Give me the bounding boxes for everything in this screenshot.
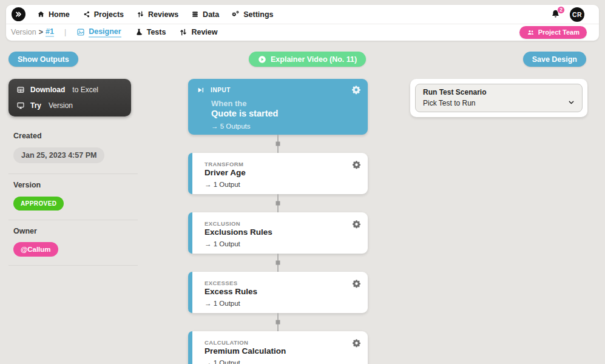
connector-handle: [276, 201, 280, 206]
connector-line: [277, 313, 279, 331]
gears-icon: [232, 10, 240, 18]
explainer-video-button[interactable]: Explainer Video (No. 11): [249, 52, 366, 67]
version-section-label: Version: [13, 181, 41, 189]
node-title: Premium Calculation: [204, 346, 359, 356]
node-title: Exclusions Rules: [204, 228, 359, 237]
node-settings-button[interactable]: [352, 279, 361, 288]
tab-label: Tests: [147, 28, 166, 36]
test-scenario-dropdown[interactable]: Run Test Scenario Pick Test to Run: [415, 84, 583, 112]
notification-badge: 2: [557, 6, 565, 14]
gear-icon: [352, 160, 361, 169]
node-title: Driver Age: [204, 168, 359, 177]
tab-review[interactable]: Review: [179, 28, 217, 36]
play-circle-icon: [258, 55, 266, 64]
sub-nav: Version > #1 | Designer Tests Review Pro…: [6, 24, 599, 40]
menu-item-label-bold: Download: [30, 86, 65, 94]
nav-item-home[interactable]: Home: [37, 10, 70, 19]
node-type-label: TRANSFORM: [204, 161, 359, 167]
flask-icon: [135, 28, 143, 36]
test-dropdown-value: Pick Test to Run: [423, 99, 575, 107]
nav-item-projects[interactable]: Projects: [83, 10, 124, 19]
connector-line: [277, 254, 279, 272]
menu-item-label-bold: Try: [30, 101, 41, 110]
version-label: Version: [11, 28, 36, 36]
created-label: Created: [13, 132, 42, 140]
skip-play-icon: [197, 86, 204, 94]
show-outputs-button[interactable]: Show Outputs: [8, 52, 78, 67]
nav-label: Home: [49, 10, 70, 19]
tab-tests[interactable]: Tests: [135, 28, 166, 36]
node-outputs: → 5 Outputs: [211, 123, 359, 130]
subnav-divider: |: [64, 28, 66, 36]
nav-item-reviews[interactable]: Reviews: [137, 10, 178, 19]
node-type-label: INPUT: [211, 87, 231, 93]
owner-label: Owner: [13, 227, 37, 235]
node-accent-strip: [188, 331, 192, 364]
version-status-badge[interactable]: APPROVED: [13, 197, 64, 211]
designer-canvas-icon: [76, 28, 85, 36]
people-icon: [527, 29, 535, 36]
flow-node-exclusion[interactable]: EXCLUSION Exclusions Rules → 1 Output: [188, 212, 368, 254]
node-settings-button[interactable]: [351, 85, 361, 95]
gear-icon: [352, 279, 361, 288]
node-settings-button[interactable]: [352, 220, 361, 229]
try-version-item[interactable]: Try Version: [8, 98, 131, 113]
run-test-scenario-panel: Run Test Scenario Pick Test to Run: [410, 79, 587, 117]
nav-label: Projects: [94, 10, 124, 19]
database-icon: [191, 10, 199, 18]
share-nodes-icon: [83, 10, 90, 18]
node-title: Excess Rules: [204, 287, 359, 296]
node-accent-strip: [188, 272, 192, 313]
version-separator: >: [39, 28, 43, 36]
header: Home Projects Reviews Data Settings 2: [6, 5, 599, 41]
tab-designer[interactable]: Designer: [76, 27, 121, 38]
created-date-chip: Jan 25, 2023 4:57 PM: [13, 147, 104, 163]
node-outputs: → 1 Output: [204, 359, 359, 364]
gear-icon: [352, 220, 361, 229]
nav-item-data[interactable]: Data: [191, 10, 219, 19]
project-team-label: Project Team: [538, 29, 580, 36]
connector-handle: [276, 320, 280, 325]
menu-item-label: to Excel: [72, 86, 98, 94]
flow-node-calculation[interactable]: CALCULATION Premium Calculation → 1 Outp…: [188, 331, 368, 364]
sidebar-divider: [8, 220, 138, 220]
user-avatar[interactable]: CR: [570, 7, 584, 22]
chevron-down-icon: [567, 98, 575, 106]
version-actions-menu: Download to Excel Try Version: [8, 79, 131, 116]
flow-node-input[interactable]: INPUT When the Quote is started → 5 Outp…: [188, 79, 368, 135]
double-chevron-icon: [14, 10, 23, 19]
project-team-button[interactable]: Project Team: [519, 26, 587, 39]
connector-handle: [276, 261, 280, 265]
node-settings-button[interactable]: [352, 160, 361, 169]
node-type-label: EXCLUSION: [204, 220, 359, 227]
tab-label: Review: [191, 28, 217, 36]
nav-label: Data: [203, 10, 219, 19]
pull-request-icon: [137, 10, 144, 18]
app-logo[interactable]: [12, 7, 25, 21]
header-right: 2 CR: [550, 7, 584, 22]
monitor-icon: [16, 101, 25, 110]
flow-node-transform[interactable]: TRANSFORM Driver Age → 1 Output: [188, 153, 368, 194]
version-number-link[interactable]: #1: [46, 27, 54, 37]
tab-label: Designer: [89, 27, 121, 38]
node-title: Quote is started: [211, 109, 359, 118]
owner-chip[interactable]: @Callum: [13, 242, 58, 257]
node-type-label: EXCESSES: [204, 280, 359, 286]
download-to-excel-item[interactable]: Download to Excel: [8, 82, 131, 98]
gear-icon: [351, 85, 361, 95]
nav-label: Settings: [243, 10, 273, 19]
menu-item-label: Version: [49, 101, 73, 110]
node-accent-strip: [188, 153, 192, 194]
nav-item-settings[interactable]: Settings: [232, 10, 273, 19]
flow-node-excesses[interactable]: EXCESSES Excess Rules → 1 Output: [188, 272, 368, 313]
spreadsheet-icon: [16, 86, 25, 94]
sidebar-divider: [8, 265, 138, 266]
flow-canvas: INPUT When the Quote is started → 5 Outp…: [188, 79, 368, 364]
save-design-button[interactable]: Save Design: [523, 52, 586, 67]
notifications-button[interactable]: 2: [550, 9, 561, 20]
sidebar-divider: [8, 174, 138, 174]
node-outputs: → 1 Output: [204, 181, 359, 188]
node-accent-strip: [188, 212, 192, 254]
node-settings-button[interactable]: [352, 339, 361, 348]
node-subtitle: When the: [211, 99, 359, 108]
